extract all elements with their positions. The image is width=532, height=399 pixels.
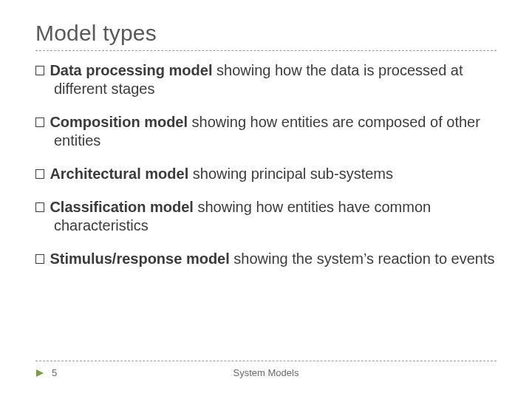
item-text: showing principal sub-systems	[188, 166, 393, 182]
list-item: Classification model showing how entitie…	[35, 198, 497, 235]
bullet-list: Data processing model showing how the da…	[35, 61, 497, 268]
item-bold: Composition model	[50, 114, 188, 130]
footer-row: 5 System Models	[35, 367, 497, 378]
list-item: Architectural model showing principal su…	[35, 165, 497, 183]
list-item: Composition model showing how entities a…	[35, 113, 497, 150]
hollow-square-icon	[35, 254, 44, 263]
list-item: Stimulus/response model showing the syst…	[35, 250, 497, 268]
slide: Model types Data processing model showin…	[0, 0, 532, 399]
title-divider	[35, 50, 497, 51]
footer-divider	[35, 361, 497, 361]
hollow-square-icon	[35, 66, 44, 75]
item-text: showing the system’s reaction to events	[230, 250, 495, 267]
hollow-square-icon	[35, 117, 44, 126]
footer-label: System Models	[35, 367, 497, 378]
list-item: Data processing model showing how the da…	[35, 61, 497, 98]
item-bold: Stimulus/response model	[50, 250, 229, 267]
hollow-square-icon	[35, 202, 44, 211]
item-bold: Data processing model	[50, 62, 212, 78]
page-number: 5	[52, 367, 57, 378]
hollow-square-icon	[35, 169, 44, 178]
item-bold: Architectural model	[50, 166, 188, 182]
svg-marker-0	[36, 369, 44, 377]
slide-footer: 5 System Models	[35, 361, 497, 378]
play-triangle-icon	[35, 369, 44, 378]
page-title: Model types	[35, 21, 497, 46]
item-bold: Classification model	[50, 199, 194, 215]
